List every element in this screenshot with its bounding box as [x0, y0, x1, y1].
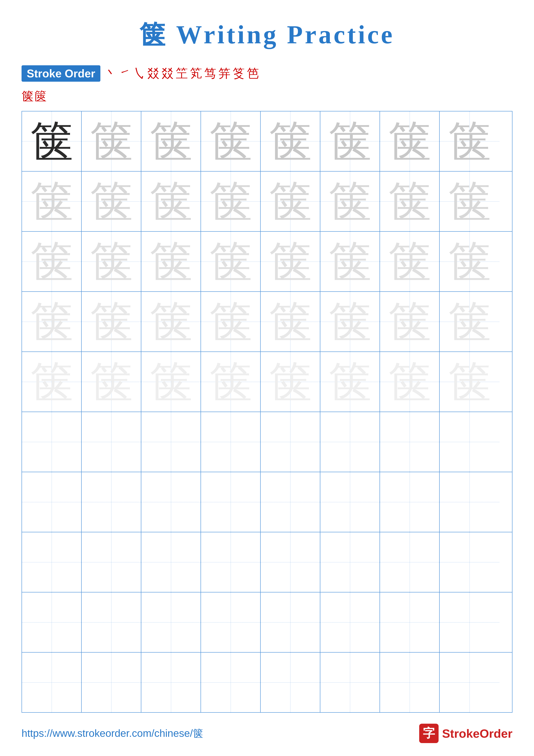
cell-char: 箧 [448, 120, 491, 163]
title-char: 箧 [140, 20, 167, 49]
grid-cell-3-1: 箧 [22, 232, 82, 291]
footer-logo-icon: 字 [419, 724, 439, 743]
cell-char: 箧 [90, 120, 133, 163]
cell-char: 箧 [388, 180, 431, 223]
grid-cell-10-4 [201, 653, 261, 712]
cell-char: 箧 [90, 360, 133, 403]
stroke-s7: 笂 [190, 65, 202, 82]
grid-cell-10-7 [380, 653, 440, 712]
grid-cell-7-6 [320, 472, 380, 532]
grid-cell-6-8 [440, 412, 499, 472]
grid-cell-2-5: 箧 [261, 172, 320, 231]
grid-cell-5-2: 箧 [82, 352, 141, 412]
footer-logo-stroke: Stroke [442, 727, 479, 740]
cell-char: 箧 [149, 180, 192, 223]
grid-cell-2-8: 箧 [440, 172, 499, 231]
grid-cell-6-6 [320, 412, 380, 472]
grid-row-8 [22, 532, 512, 592]
grid-cell-4-4: 箧 [201, 292, 261, 351]
grid-cell-1-3: 箧 [141, 111, 201, 171]
grid-cell-2-6: 箧 [320, 172, 380, 231]
grid-cell-9-1 [22, 592, 82, 652]
grid-cell-10-6 [320, 653, 380, 712]
grid-cell-5-3: 箧 [141, 352, 201, 412]
grid-row-3: 箧 箧 箧 箧 箧 箧 箧 箧 [22, 232, 512, 292]
grid-row-10 [22, 653, 512, 712]
grid-cell-2-7: 箧 [380, 172, 440, 231]
grid-cell-7-4 [201, 472, 261, 532]
cell-char: 箧 [328, 240, 371, 283]
grid-cell-4-2: 箧 [82, 292, 141, 351]
stroke-r2-s2: 篋 [35, 90, 46, 103]
grid-cell-8-1 [22, 532, 82, 592]
cell-char: 箧 [269, 300, 312, 343]
cell-char: 箧 [269, 240, 312, 283]
stroke-s9: 笄 [218, 65, 231, 82]
grid-cell-7-1 [22, 472, 82, 532]
grid-row-2: 箧 箧 箧 箧 箧 箧 箧 箧 [22, 172, 512, 232]
grid-cell-9-6 [320, 592, 380, 652]
grid-cell-9-2 [82, 592, 141, 652]
cell-char: 箧 [90, 180, 133, 223]
grid-cell-1-7: 箧 [380, 111, 440, 171]
grid-cell-9-7 [380, 592, 440, 652]
grid-cell-8-6 [320, 532, 380, 592]
grid-cell-7-8 [440, 472, 499, 532]
grid-cell-5-1: 箧 [22, 352, 82, 412]
footer: https://www.strokeorder.com/chinese/箧 字 … [0, 724, 534, 743]
cell-char: 箧 [388, 120, 431, 163]
stroke-r2-s1: 箧 [21, 90, 34, 103]
cell-char: 箧 [328, 360, 371, 403]
cell-char: 箧 [388, 360, 431, 403]
cell-char: 箧 [269, 180, 312, 223]
grid-row-4: 箧 箧 箧 箧 箧 箧 箧 箧 [22, 292, 512, 352]
grid-cell-8-7 [380, 532, 440, 592]
grid-cell-8-8 [440, 532, 499, 592]
cell-char: 箧 [328, 180, 371, 223]
grid-cell-7-5 [261, 472, 320, 532]
grid-cell-5-6: 箧 [320, 352, 380, 412]
grid-cell-1-8: 箧 [440, 111, 499, 171]
grid-row-7 [22, 472, 512, 532]
cell-char: 箧 [30, 360, 73, 403]
stroke-s2: ㇀ [119, 65, 131, 82]
grid-cell-6-2 [82, 412, 141, 472]
grid-cell-2-4: 箧 [201, 172, 261, 231]
cell-char: 箧 [269, 360, 312, 403]
writing-grid: 箧 箧 箧 箧 箧 箧 箧 箧 箧 箧 箧 箧 箧 箧 箧 箧 箧 箧 箧 箧 … [21, 111, 513, 713]
cell-char: 箧 [388, 240, 431, 283]
grid-cell-8-4 [201, 532, 261, 592]
cell-char: 箧 [149, 120, 192, 163]
cell-char: 箧 [448, 360, 491, 403]
cell-char: 箧 [328, 300, 371, 343]
grid-cell-2-1: 箧 [22, 172, 82, 231]
grid-cell-1-5: 箧 [261, 111, 320, 171]
grid-row-9 [22, 592, 512, 653]
grid-cell-3-8: 箧 [440, 232, 499, 291]
grid-cell-7-2 [82, 472, 141, 532]
cell-char: 箧 [209, 180, 252, 223]
grid-cell-10-5 [261, 653, 320, 712]
grid-cell-4-1: 箧 [22, 292, 82, 351]
grid-cell-1-2: 箧 [82, 111, 141, 171]
cell-char: 箧 [448, 300, 491, 343]
cell-char: 箧 [448, 180, 491, 223]
grid-cell-1-4: 箧 [201, 111, 261, 171]
stroke-order-section: Stroke Order 丶 ㇀ ㇂ 㸚 㸚 笁 笂 笃 笄 笅 笆 [21, 65, 513, 82]
grid-cell-6-5 [261, 412, 320, 472]
cell-char: 箧 [149, 240, 192, 283]
grid-cell-8-5 [261, 532, 320, 592]
cell-char: 箧 [448, 240, 491, 283]
footer-url[interactable]: https://www.strokeorder.com/chinese/箧 [21, 726, 203, 740]
grid-cell-6-4 [201, 412, 261, 472]
stroke-sequence-row2: 箧 篋 [21, 88, 534, 104]
cell-char: 箧 [209, 120, 252, 163]
grid-cell-3-2: 箧 [82, 232, 141, 291]
grid-cell-5-4: 箧 [201, 352, 261, 412]
cell-char: 箧 [209, 240, 252, 283]
stroke-s8: 笃 [204, 65, 216, 82]
grid-cell-3-6: 箧 [320, 232, 380, 291]
stroke-s11: 笆 [247, 65, 259, 82]
cell-char: 箧 [30, 240, 73, 283]
cell-char: 箧 [269, 120, 312, 163]
